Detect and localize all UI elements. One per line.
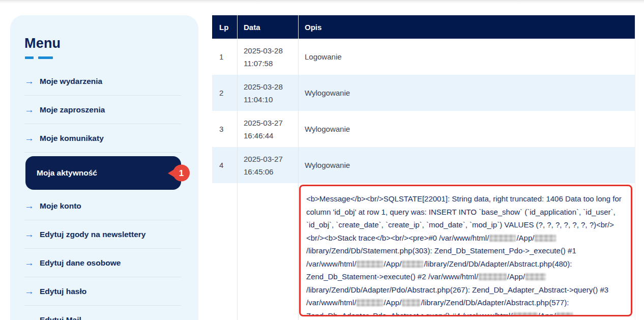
sidebar-menu-item[interactable]: → Edytuj dane osobowe (24, 249, 181, 277)
table-row: 3 2025-03-27 16:46:44 Wylogowanie (212, 111, 635, 147)
menu-item-label: Edytuj Mail (40, 315, 81, 320)
table-header-row: Lp Data Opis (212, 15, 635, 39)
sidebar-menu-item[interactable]: → Moje zaproszenia (24, 96, 181, 124)
table-row: 2 2025-03-28 11:04:10 Wylogowanie (212, 75, 635, 111)
redacted-blur (357, 299, 383, 306)
empty-data-cell (237, 183, 298, 320)
redacted-blur (557, 312, 573, 317)
arrow-right-icon: → (24, 258, 34, 268)
table-body: 1 2025-03-28 11:07:58 Logowanie 2 2025-0… (212, 39, 635, 183)
menu-item-label: Edytuj dane osobowe (40, 258, 121, 268)
error-opis-cell: <b>Message</b><br/>SQLSTATE[22001]: Stri… (298, 183, 635, 320)
sidebar-menu-item[interactable]: → Moje konto (24, 192, 181, 220)
column-header-opis: Opis (298, 15, 635, 39)
redacted-blur (357, 260, 383, 268)
redacted-blur (513, 312, 538, 317)
notification-badge: 1 (173, 165, 190, 182)
arrow-right-icon: → (24, 315, 34, 320)
column-header-data: Data (237, 15, 298, 39)
lp-cell: 2 (212, 75, 237, 111)
opis-cell: Wylogowanie (298, 111, 635, 147)
redacted-blur (479, 273, 507, 280)
arrow-right-icon: → (24, 229, 34, 239)
arrow-right-icon: → (24, 201, 34, 211)
opis-cell: Logowanie (298, 39, 635, 75)
arrow-right-icon: → (24, 105, 34, 114)
sidebar-menu-item[interactable]: → Moje komunikaty (24, 124, 181, 153)
date-cell: 2025-03-27 16:46:44 (237, 111, 298, 147)
lp-cell: 4 (212, 147, 237, 183)
date-cell: 2025-03-28 11:07:58 (237, 39, 298, 75)
menu-item-label: Edytuj hasło (40, 287, 86, 296)
underline-segment-long (38, 56, 53, 59)
sidebar-menu: → Moje wydarzenia → Moje zaproszenia → M… (10, 67, 198, 320)
menu-item-label: Moje wydarzenia (40, 77, 102, 86)
menu-item-label: Edytuj zgody na newslettery (40, 230, 145, 239)
menu-item-label: Moje zaproszenia (40, 105, 105, 114)
redacted-blur (525, 273, 546, 280)
lp-cell: 3 (212, 111, 237, 147)
page-top-shadow (0, 0, 644, 3)
redacted-blur (402, 299, 420, 306)
sidebar-item-active[interactable]: Moja aktywność 1 (25, 156, 181, 190)
opis-cell: Wylogowanie (298, 147, 635, 183)
redacted-blur (402, 260, 423, 268)
underline-segment-short (25, 56, 34, 59)
table-row: 1 2025-03-28 11:07:58 Logowanie (212, 39, 635, 75)
arrow-right-icon: → (24, 286, 34, 296)
activity-table: Lp Data Opis 1 2025-03-28 11:07:58 Logow… (212, 15, 635, 320)
sidebar-menu-item[interactable]: → Edytuj Mail (24, 306, 181, 320)
date-cell: 2025-03-27 16:45:06 (237, 147, 298, 183)
title-underline (25, 56, 198, 59)
arrow-right-icon: → (24, 133, 34, 143)
sidebar-title: Menu (24, 36, 198, 51)
table-row: 4 2025-03-27 16:45:06 Wylogowanie (212, 147, 635, 183)
date-cell: 2025-03-28 11:04:10 (237, 75, 298, 111)
menu-item-label: Moja aktywność (37, 168, 97, 178)
sidebar-menu-item[interactable]: → Moje wydarzenia (24, 67, 181, 96)
menu-item-label: Moje komunikaty (40, 134, 104, 143)
opis-cell: Wylogowanie (298, 75, 635, 111)
sidebar: Menu → Moje wydarzenia → Moje zaproszeni… (10, 15, 198, 320)
sidebar-menu-item[interactable]: → Edytuj hasło (24, 277, 181, 306)
menu-item-label: Moje konto (40, 201, 81, 211)
lp-cell: 1 (212, 39, 237, 75)
error-message-box: <b>Message</b><br/>SQLSTATE[22001]: Stri… (299, 185, 632, 316)
redacted-blur (535, 235, 556, 242)
sidebar-menu-item[interactable]: → Edytuj zgody na newslettery (24, 220, 181, 249)
cutoff-corner-decoration (0, 316, 5, 320)
redacted-blur (489, 235, 516, 242)
column-header-lp: Lp (212, 15, 237, 39)
table-row-error: <b>Message</b><br/>SQLSTATE[22001]: Stri… (212, 183, 635, 320)
arrow-right-icon: → (24, 76, 34, 86)
empty-lp-cell (212, 183, 237, 320)
